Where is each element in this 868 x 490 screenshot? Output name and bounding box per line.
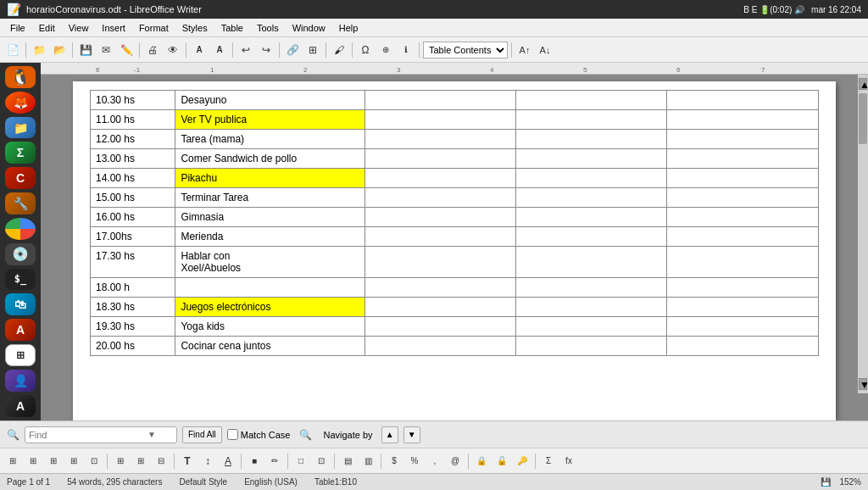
find-all-button[interactable]: Find All xyxy=(182,426,222,443)
time-cell[interactable]: 12.00 hs xyxy=(91,130,175,149)
col4-cell[interactable] xyxy=(515,337,666,356)
paint-button[interactable]: 🖌 xyxy=(330,41,348,59)
col5-cell[interactable] xyxy=(667,188,819,208)
unlock-btn[interactable]: 🔓 xyxy=(492,452,511,471)
dock-icon-tools[interactable]: 🔧 xyxy=(5,192,36,214)
match-case-checkbox[interactable] xyxy=(227,429,238,440)
nav-down-button[interactable]: ▼ xyxy=(403,426,420,443)
hyperlink-button[interactable]: 🔗 xyxy=(283,41,302,59)
print-button[interactable]: 🖨 xyxy=(143,41,162,59)
activity-cell[interactable]: Comer Sandwich de pollo xyxy=(175,149,364,169)
col4-cell[interactable] xyxy=(515,169,666,188)
col3-cell[interactable] xyxy=(364,278,515,298)
key-btn[interactable]: 🔑 xyxy=(513,452,531,471)
col4-cell[interactable] xyxy=(515,247,666,278)
edit-button[interactable]: ✏️ xyxy=(117,41,136,59)
preview-button[interactable]: 👁 xyxy=(164,41,182,59)
underline-btn[interactable]: A xyxy=(219,452,237,471)
col3-cell[interactable] xyxy=(364,110,515,130)
zoom-level[interactable]: 152% xyxy=(839,477,861,487)
spell-button[interactable]: A xyxy=(190,41,209,59)
scrollbar-vertical[interactable]: ▲ ▼ xyxy=(858,75,868,393)
find-input[interactable] xyxy=(29,430,147,440)
fields-button[interactable]: ⊕ xyxy=(376,41,395,59)
col3-cell[interactable] xyxy=(364,91,515,110)
style-dropdown[interactable]: Table Contents xyxy=(423,42,508,58)
dock-icon-store[interactable]: 🛍 xyxy=(5,293,36,315)
activity-cell[interactable]: Tarea (mama) xyxy=(175,130,364,149)
menu-view[interactable]: View xyxy=(62,21,96,35)
currency-btn[interactable]: $ xyxy=(385,452,403,471)
spell-btn2[interactable]: A xyxy=(210,41,229,59)
col4-cell[interactable] xyxy=(515,149,666,169)
scrollbar-thumb[interactable] xyxy=(859,93,867,144)
time-cell[interactable]: 17.00hs xyxy=(91,227,175,247)
color-btn2[interactable]: ✏ xyxy=(265,452,284,471)
col4-cell[interactable] xyxy=(515,278,666,298)
col4-cell[interactable] xyxy=(515,317,666,337)
time-cell[interactable]: 18.00 h xyxy=(91,278,175,298)
nav-up-button[interactable]: ▲ xyxy=(381,426,398,443)
formula-btn[interactable]: fx xyxy=(559,452,578,471)
time-cell[interactable]: 17.30 hs xyxy=(91,247,175,278)
table-button[interactable]: ⊞ xyxy=(303,41,322,59)
activity-cell[interactable]: Merienda xyxy=(175,227,364,247)
menu-file[interactable]: File xyxy=(3,21,32,35)
menu-edit[interactable]: Edit xyxy=(32,21,62,35)
col3-cell[interactable] xyxy=(364,169,515,188)
table-insert-btn4[interactable]: ⊞ xyxy=(64,452,83,471)
dock-icon-red[interactable]: C xyxy=(5,167,36,189)
percent-btn[interactable]: % xyxy=(405,452,424,471)
activity-cell[interactable]: Desayuno xyxy=(175,91,364,110)
col3-cell[interactable] xyxy=(364,188,515,208)
shade-btn2[interactable]: ▥ xyxy=(359,452,377,471)
activity-cell[interactable] xyxy=(175,278,364,298)
menu-styles[interactable]: Styles xyxy=(175,21,214,35)
time-cell[interactable]: 18.30 hs xyxy=(91,298,175,317)
table-col-btn1[interactable]: ⊞ xyxy=(111,452,130,471)
dock-icon-user[interactable]: 👤 xyxy=(5,370,36,392)
redo-button[interactable]: ↪ xyxy=(257,41,275,59)
time-cell[interactable]: 16.00 hs xyxy=(91,208,175,227)
activity-cell[interactable]: Pikachu xyxy=(175,169,364,188)
email-button[interactable]: ✉ xyxy=(97,41,115,59)
table-insert-btn2[interactable]: ⊞ xyxy=(24,452,42,471)
menu-insert[interactable]: Insert xyxy=(95,21,132,35)
align-btn[interactable]: ↕ xyxy=(198,452,217,471)
menu-help[interactable]: Help xyxy=(332,21,365,35)
activity-cell[interactable]: Yoga kids xyxy=(175,317,364,337)
col3-cell[interactable] xyxy=(364,227,515,247)
time-cell[interactable]: 15.00 hs xyxy=(91,188,175,208)
open-button[interactable]: 📁 xyxy=(30,41,48,59)
col4-cell[interactable] xyxy=(515,227,666,247)
menu-table[interactable]: Table xyxy=(214,21,250,35)
col3-cell[interactable] xyxy=(364,208,515,227)
dock-icon-a[interactable]: A xyxy=(5,395,36,417)
border-btn2[interactable]: ⊡ xyxy=(312,452,331,471)
find-dropdown-arrow[interactable]: ▼ xyxy=(147,430,156,439)
dock-icon-disk[interactable]: 💿 xyxy=(5,243,36,265)
comma-btn[interactable]: , xyxy=(426,452,444,471)
col5-cell[interactable] xyxy=(667,149,819,169)
col5-cell[interactable] xyxy=(667,298,819,317)
save-button[interactable]: 💾 xyxy=(76,41,95,59)
activity-cell[interactable]: Cocinar cena juntos xyxy=(175,337,364,356)
shade-btn[interactable]: ▤ xyxy=(338,452,357,471)
dock-icon-font[interactable]: A xyxy=(5,319,36,341)
dock-icon-terminal[interactable]: $_ xyxy=(5,269,36,291)
col4-cell[interactable] xyxy=(515,130,666,149)
text-btn[interactable]: T xyxy=(178,452,197,471)
col5-cell[interactable] xyxy=(667,337,819,356)
col5-cell[interactable] xyxy=(667,91,819,110)
page-scroll-area[interactable]: 10.30 hsDesayuno11.00 hsVer TV publica12… xyxy=(41,75,868,420)
col3-cell[interactable] xyxy=(364,337,515,356)
col5-cell[interactable] xyxy=(667,227,819,247)
time-cell[interactable]: 10.30 hs xyxy=(91,91,175,110)
col5-cell[interactable] xyxy=(667,110,819,130)
info-button[interactable]: ℹ xyxy=(397,41,415,59)
col4-cell[interactable] xyxy=(515,188,666,208)
dock-icon-white[interactable]: ⊞ xyxy=(5,344,36,366)
col3-cell[interactable] xyxy=(364,149,515,169)
match-case-label[interactable]: Match Case xyxy=(227,429,291,440)
col4-cell[interactable] xyxy=(515,110,666,130)
